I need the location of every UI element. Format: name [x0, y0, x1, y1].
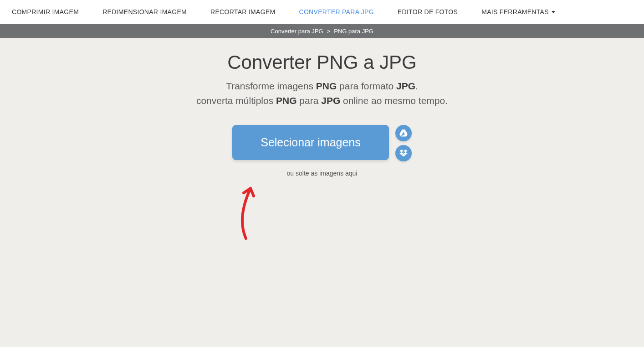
main-content: Converter PNG a JPG Transforme imagens P… — [0, 38, 644, 177]
subtitle-line1-prefix: Transforme imagens — [226, 81, 316, 91]
nav-mais-ferramentas-label: MAIS FERRAMENTAS — [481, 8, 549, 16]
arrow-annotation-icon — [235, 181, 262, 241]
breadcrumb-link[interactable]: Converter para JPG — [271, 28, 323, 35]
breadcrumb-separator: > — [327, 28, 331, 35]
subtitle-line2-bold2: JPG — [321, 95, 340, 106]
cloud-buttons — [395, 125, 412, 161]
nav-editor-fotos[interactable]: EDITOR DE FOTOS — [386, 8, 470, 16]
dropbox-icon — [399, 150, 408, 157]
subtitle-line1-bold2: JPG — [396, 81, 415, 91]
breadcrumb: Converter para JPG > PNG para JPG — [0, 24, 644, 38]
page-title: Converter PNG a JPG — [0, 52, 644, 73]
google-drive-button[interactable] — [395, 125, 412, 141]
nav-redimensionar[interactable]: REDIMENSIONAR IMAGEM — [91, 8, 199, 16]
subtitle-line2-prefix: converta múltiplos — [196, 95, 276, 106]
dropbox-button[interactable] — [395, 145, 412, 161]
subtitle-line1-bold1: PNG — [316, 81, 337, 91]
subtitle-line1-mid: para formato — [337, 81, 396, 91]
top-nav: COMPRIMIR IMAGEM REDIMENSIONAR IMAGEM RE… — [0, 0, 644, 24]
caret-down-icon — [552, 11, 555, 13]
nav-mais-ferramentas[interactable]: MAIS FERRAMENTAS — [470, 8, 567, 16]
subtitle-line2-suffix: online ao mesmo tempo. — [340, 95, 448, 106]
select-images-button[interactable]: Selecionar imagens — [232, 125, 389, 160]
page-subtitle: Transforme imagens PNG para formato JPG.… — [0, 79, 644, 108]
nav-converter-jpg[interactable]: CONVERTER PARA JPG — [287, 8, 385, 16]
drop-hint: ou solte as imagens aqui — [0, 170, 644, 177]
nav-comprimir[interactable]: COMPRIMIR IMAGEM — [0, 8, 91, 16]
subtitle-line1-suffix: . — [415, 81, 418, 91]
nav-recortar[interactable]: RECORTAR IMAGEM — [199, 8, 287, 16]
breadcrumb-current: PNG para JPG — [334, 28, 373, 35]
subtitle-line2-mid: para — [297, 95, 322, 106]
button-row: Selecionar imagens — [0, 125, 644, 161]
subtitle-line2-bold1: PNG — [276, 95, 297, 106]
google-drive-icon — [399, 129, 408, 137]
